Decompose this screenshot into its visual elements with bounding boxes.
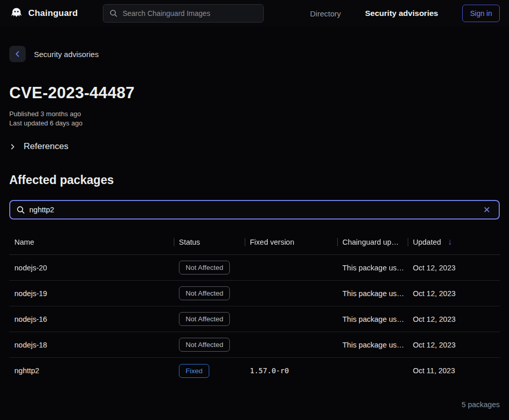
- table-row[interactable]: nghttp2 Fixed 1.57.0-r0 Oct 11, 2023: [9, 358, 500, 384]
- page-title: CVE-2023-44487: [9, 84, 500, 102]
- nav-link-directory[interactable]: Directory: [310, 9, 341, 18]
- nav-search-box[interactable]: [103, 4, 264, 23]
- table-row[interactable]: nodejs-20 Not Affected This package us… …: [9, 255, 500, 281]
- cell-status: Not Affected: [174, 261, 245, 275]
- package-count: 5 packages: [9, 400, 500, 409]
- clear-filter-button[interactable]: ✕: [481, 205, 493, 215]
- cell-chainguard-updated: This package us…: [337, 341, 408, 349]
- table-row[interactable]: nodejs-16 Not Affected This package us… …: [9, 306, 500, 332]
- column-header-chainguard-updated[interactable]: Chainguard up…: [337, 229, 408, 254]
- cell-status: Not Affected: [174, 286, 245, 300]
- status-badge: Not Affected: [179, 338, 230, 352]
- cell-chainguard-updated: This package us…: [337, 315, 408, 323]
- sign-in-button[interactable]: Sign in: [462, 5, 500, 22]
- search-icon: [16, 206, 25, 214]
- table-row[interactable]: nodejs-18 Not Affected This package us… …: [9, 332, 500, 358]
- breadcrumb: Security advisories: [9, 46, 500, 62]
- references-label: References: [24, 141, 68, 152]
- table-body: nodejs-20 Not Affected This package us… …: [9, 255, 500, 384]
- table-header-row: Name Status Fixed version Chainguard up……: [9, 229, 500, 255]
- cell-name: nghttp2: [9, 367, 174, 375]
- chainguard-octopus-logo-icon: [9, 6, 24, 21]
- package-filter-input[interactable]: [29, 206, 477, 214]
- cell-fixed-version: 1.57.0-r0: [245, 367, 337, 375]
- cell-updated: Oct 12, 2023: [408, 264, 500, 272]
- search-icon: [110, 9, 118, 17]
- column-header-updated[interactable]: Updated ↓: [408, 229, 500, 254]
- cell-status: Fixed: [174, 364, 245, 378]
- cell-updated: Oct 12, 2023: [408, 315, 500, 323]
- section-title: Affected packages: [9, 173, 500, 187]
- column-header-updated-label: Updated: [413, 238, 441, 246]
- top-nav: Chainguard Directory Security advisories…: [0, 0, 509, 27]
- cell-updated: Oct 11, 2023: [408, 367, 500, 375]
- chevron-left-icon: [14, 50, 21, 58]
- nav-link-security-advisories[interactable]: Security advisories: [365, 9, 438, 18]
- cell-name: nodejs-19: [9, 289, 174, 298]
- brand[interactable]: Chainguard: [9, 6, 78, 21]
- chevron-right-icon: [9, 143, 16, 150]
- cell-name: nodejs-20: [9, 264, 174, 272]
- main-content: Security advisories CVE-2023-44487 Publi…: [0, 46, 509, 409]
- back-button[interactable]: [9, 46, 26, 62]
- status-badge: Not Affected: [179, 261, 230, 275]
- column-header-fixed-version[interactable]: Fixed version: [245, 229, 337, 254]
- cell-status: Not Affected: [174, 312, 245, 326]
- status-badge: Not Affected: [179, 286, 230, 300]
- column-header-status[interactable]: Status: [174, 229, 245, 254]
- table-row[interactable]: nodejs-19 Not Affected This package us… …: [9, 281, 500, 306]
- column-header-name[interactable]: Name: [9, 229, 174, 254]
- status-badge: Not Affected: [179, 312, 230, 326]
- cell-chainguard-updated: This package us…: [337, 289, 408, 298]
- breadcrumb-label: Security advisories: [34, 50, 99, 59]
- cell-status: Not Affected: [174, 338, 245, 352]
- nav-links: Directory Security advisories Sign in: [310, 5, 500, 22]
- nav-search-input[interactable]: [122, 9, 257, 17]
- brand-name: Chainguard: [28, 8, 78, 19]
- status-badge: Fixed: [179, 364, 209, 378]
- references-toggle[interactable]: References: [9, 141, 500, 152]
- sort-desc-arrow-icon[interactable]: ↓: [448, 237, 452, 247]
- cell-chainguard-updated: This package us…: [337, 264, 408, 272]
- cell-updated: Oct 12, 2023: [408, 341, 500, 349]
- published-date: Published 3 months ago: [9, 109, 500, 119]
- last-updated-date: Last updated 6 days ago: [9, 119, 500, 128]
- publish-meta: Published 3 months ago Last updated 6 da…: [9, 109, 500, 128]
- affected-packages-table: Name Status Fixed version Chainguard up……: [9, 229, 500, 409]
- cell-updated: Oct 12, 2023: [408, 289, 500, 298]
- close-icon: ✕: [483, 205, 490, 215]
- package-filter-box: ✕: [9, 200, 500, 220]
- cell-name: nodejs-16: [9, 315, 174, 323]
- cell-name: nodejs-18: [9, 341, 174, 349]
